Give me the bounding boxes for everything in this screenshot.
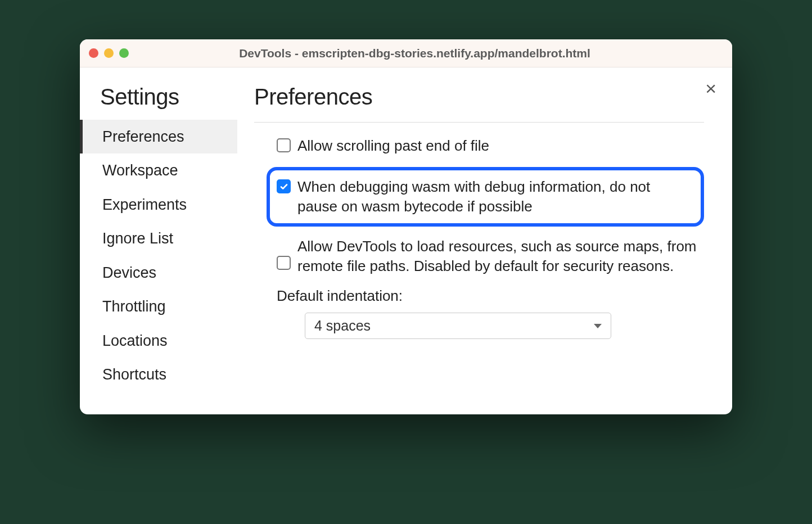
sidebar-item-label: Throttling [102, 298, 166, 315]
sidebar-item-label: Workspace [102, 162, 178, 179]
indentation-select[interactable]: 4 spaces [305, 313, 611, 339]
sidebar-item-ignore-list[interactable]: Ignore List [80, 222, 237, 255]
window-zoom-icon[interactable] [119, 48, 129, 58]
window-titlebar: DevTools - emscripten-dbg-stories.netlif… [80, 39, 732, 67]
preferences-options: Allow scrolling past end of file When de… [254, 123, 704, 339]
sidebar-item-locations[interactable]: Locations [80, 324, 237, 358]
sidebar-item-experiments[interactable]: Experiments [80, 188, 237, 222]
window-title: DevTools - emscripten-dbg-stories.netlif… [140, 47, 689, 60]
sidebar-item-label: Experiments [102, 196, 187, 213]
sidebar-item-label: Devices [102, 264, 156, 281]
settings-body: × Settings Preferences Workspace Experim… [80, 67, 732, 414]
sidebar-item-shortcuts[interactable]: Shortcuts [80, 358, 237, 391]
pref-allow-scroll-past-eof[interactable]: Allow scrolling past end of file [277, 136, 704, 156]
checkbox-label: Allow DevTools to load resources, such a… [297, 237, 704, 276]
checkbox-unchecked-icon[interactable] [277, 256, 291, 270]
window-close-icon[interactable] [89, 48, 98, 58]
window-controls [89, 48, 129, 58]
check-icon [279, 182, 288, 191]
checkbox-unchecked-icon[interactable] [277, 138, 291, 152]
checkbox-checked-icon[interactable] [277, 179, 291, 193]
pref-wasm-no-bytecode-pause[interactable]: When debugging wasm with debug informati… [267, 167, 704, 227]
sidebar-item-devices[interactable]: Devices [80, 256, 237, 290]
sidebar-item-label: Ignore List [102, 230, 173, 247]
settings-sidebar: Settings Preferences Workspace Experimen… [80, 67, 237, 414]
checkbox-label: Allow scrolling past end of file [297, 136, 489, 156]
sidebar-item-workspace[interactable]: Workspace [80, 153, 237, 187]
sidebar-item-label: Shortcuts [102, 366, 166, 383]
devtools-settings-window: DevTools - emscripten-dbg-stories.netlif… [80, 39, 732, 414]
chevron-down-icon [594, 324, 602, 328]
preferences-panel: Preferences Allow scrolling past end of … [237, 67, 732, 414]
sidebar-item-label: Preferences [102, 128, 184, 145]
window-minimize-icon[interactable] [104, 48, 114, 58]
pref-allow-remote-filepaths[interactable]: Allow DevTools to load resources, such a… [277, 237, 704, 276]
sidebar-item-preferences[interactable]: Preferences [80, 120, 237, 153]
indentation-label: Default indentation: [277, 287, 704, 305]
checkbox-label: When debugging wasm with debug informati… [297, 177, 688, 216]
settings-heading: Settings [80, 84, 237, 120]
select-value: 4 spaces [314, 318, 371, 334]
panel-title: Preferences [254, 84, 704, 123]
close-button[interactable]: × [705, 79, 716, 98]
sidebar-item-label: Locations [102, 332, 168, 349]
sidebar-item-throttling[interactable]: Throttling [80, 290, 237, 323]
close-icon: × [705, 78, 716, 99]
